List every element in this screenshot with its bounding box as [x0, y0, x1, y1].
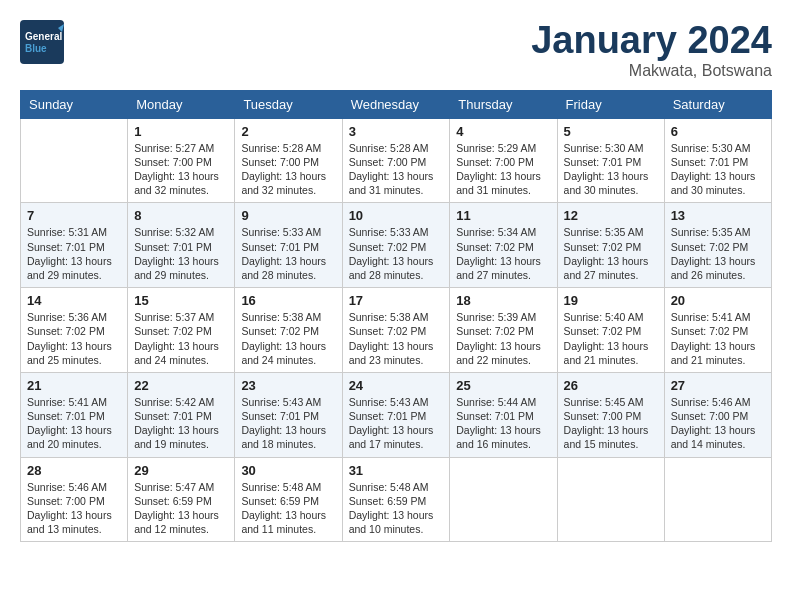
day-info: Sunrise: 5:47 AMSunset: 6:59 PMDaylight:…: [134, 480, 228, 537]
day-info: Sunrise: 5:35 AMSunset: 7:02 PMDaylight:…: [671, 225, 765, 282]
day-info: Sunrise: 5:38 AMSunset: 7:02 PMDaylight:…: [241, 310, 335, 367]
calendar-cell: 7Sunrise: 5:31 AMSunset: 7:01 PMDaylight…: [21, 203, 128, 288]
day-number: 28: [27, 463, 121, 478]
day-number: 23: [241, 378, 335, 393]
page-header: General Blue January 2024 Makwata, Botsw…: [20, 20, 772, 80]
day-number: 26: [564, 378, 658, 393]
day-number: 29: [134, 463, 228, 478]
day-info: Sunrise: 5:38 AMSunset: 7:02 PMDaylight:…: [349, 310, 444, 367]
day-info: Sunrise: 5:41 AMSunset: 7:01 PMDaylight:…: [27, 395, 121, 452]
day-info: Sunrise: 5:34 AMSunset: 7:02 PMDaylight:…: [456, 225, 550, 282]
calendar-cell: 29Sunrise: 5:47 AMSunset: 6:59 PMDayligh…: [128, 457, 235, 542]
weekday-header-wednesday: Wednesday: [342, 90, 450, 118]
calendar-cell: 5Sunrise: 5:30 AMSunset: 7:01 PMDaylight…: [557, 118, 664, 203]
day-number: 16: [241, 293, 335, 308]
calendar-cell: [557, 457, 664, 542]
day-info: Sunrise: 5:28 AMSunset: 7:00 PMDaylight:…: [349, 141, 444, 198]
calendar-week-row: 1Sunrise: 5:27 AMSunset: 7:00 PMDaylight…: [21, 118, 772, 203]
day-info: Sunrise: 5:30 AMSunset: 7:01 PMDaylight:…: [564, 141, 658, 198]
day-number: 5: [564, 124, 658, 139]
day-info: Sunrise: 5:46 AMSunset: 7:00 PMDaylight:…: [671, 395, 765, 452]
day-info: Sunrise: 5:27 AMSunset: 7:00 PMDaylight:…: [134, 141, 228, 198]
calendar-cell: 17Sunrise: 5:38 AMSunset: 7:02 PMDayligh…: [342, 288, 450, 373]
svg-text:General: General: [25, 31, 62, 42]
day-info: Sunrise: 5:40 AMSunset: 7:02 PMDaylight:…: [564, 310, 658, 367]
day-number: 8: [134, 208, 228, 223]
day-info: Sunrise: 5:33 AMSunset: 7:01 PMDaylight:…: [241, 225, 335, 282]
calendar-cell: 23Sunrise: 5:43 AMSunset: 7:01 PMDayligh…: [235, 372, 342, 457]
day-info: Sunrise: 5:39 AMSunset: 7:02 PMDaylight:…: [456, 310, 550, 367]
day-number: 12: [564, 208, 658, 223]
calendar-table: SundayMondayTuesdayWednesdayThursdayFrid…: [20, 90, 772, 542]
calendar-cell: 11Sunrise: 5:34 AMSunset: 7:02 PMDayligh…: [450, 203, 557, 288]
calendar-cell: 31Sunrise: 5:48 AMSunset: 6:59 PMDayligh…: [342, 457, 450, 542]
day-number: 21: [27, 378, 121, 393]
day-info: Sunrise: 5:31 AMSunset: 7:01 PMDaylight:…: [27, 225, 121, 282]
svg-text:Blue: Blue: [25, 43, 47, 54]
day-info: Sunrise: 5:46 AMSunset: 7:00 PMDaylight:…: [27, 480, 121, 537]
weekday-header-tuesday: Tuesday: [235, 90, 342, 118]
day-number: 3: [349, 124, 444, 139]
weekday-header-row: SundayMondayTuesdayWednesdayThursdayFrid…: [21, 90, 772, 118]
weekday-header-thursday: Thursday: [450, 90, 557, 118]
weekday-header-saturday: Saturday: [664, 90, 771, 118]
location: Makwata, Botswana: [531, 62, 772, 80]
day-info: Sunrise: 5:37 AMSunset: 7:02 PMDaylight:…: [134, 310, 228, 367]
day-number: 20: [671, 293, 765, 308]
day-info: Sunrise: 5:42 AMSunset: 7:01 PMDaylight:…: [134, 395, 228, 452]
day-number: 17: [349, 293, 444, 308]
day-info: Sunrise: 5:48 AMSunset: 6:59 PMDaylight:…: [349, 480, 444, 537]
calendar-cell: 14Sunrise: 5:36 AMSunset: 7:02 PMDayligh…: [21, 288, 128, 373]
calendar-cell: 9Sunrise: 5:33 AMSunset: 7:01 PMDaylight…: [235, 203, 342, 288]
day-info: Sunrise: 5:41 AMSunset: 7:02 PMDaylight:…: [671, 310, 765, 367]
calendar-cell: 18Sunrise: 5:39 AMSunset: 7:02 PMDayligh…: [450, 288, 557, 373]
logo: General Blue: [20, 20, 64, 64]
weekday-header-monday: Monday: [128, 90, 235, 118]
calendar-cell: 15Sunrise: 5:37 AMSunset: 7:02 PMDayligh…: [128, 288, 235, 373]
day-number: 2: [241, 124, 335, 139]
calendar-week-row: 7Sunrise: 5:31 AMSunset: 7:01 PMDaylight…: [21, 203, 772, 288]
day-info: Sunrise: 5:43 AMSunset: 7:01 PMDaylight:…: [241, 395, 335, 452]
day-number: 22: [134, 378, 228, 393]
calendar-cell: 22Sunrise: 5:42 AMSunset: 7:01 PMDayligh…: [128, 372, 235, 457]
calendar-cell: 10Sunrise: 5:33 AMSunset: 7:02 PMDayligh…: [342, 203, 450, 288]
calendar-week-row: 28Sunrise: 5:46 AMSunset: 7:00 PMDayligh…: [21, 457, 772, 542]
calendar-cell: 13Sunrise: 5:35 AMSunset: 7:02 PMDayligh…: [664, 203, 771, 288]
day-number: 9: [241, 208, 335, 223]
calendar-week-row: 14Sunrise: 5:36 AMSunset: 7:02 PMDayligh…: [21, 288, 772, 373]
calendar-cell: [664, 457, 771, 542]
calendar-cell: 28Sunrise: 5:46 AMSunset: 7:00 PMDayligh…: [21, 457, 128, 542]
calendar-cell: 25Sunrise: 5:44 AMSunset: 7:01 PMDayligh…: [450, 372, 557, 457]
calendar-cell: 12Sunrise: 5:35 AMSunset: 7:02 PMDayligh…: [557, 203, 664, 288]
day-number: 19: [564, 293, 658, 308]
calendar-cell: 4Sunrise: 5:29 AMSunset: 7:00 PMDaylight…: [450, 118, 557, 203]
weekday-header-sunday: Sunday: [21, 90, 128, 118]
day-number: 1: [134, 124, 228, 139]
calendar-cell: [450, 457, 557, 542]
calendar-cell: 16Sunrise: 5:38 AMSunset: 7:02 PMDayligh…: [235, 288, 342, 373]
day-info: Sunrise: 5:44 AMSunset: 7:01 PMDaylight:…: [456, 395, 550, 452]
day-number: 13: [671, 208, 765, 223]
calendar-cell: [21, 118, 128, 203]
title-block: January 2024 Makwata, Botswana: [531, 20, 772, 80]
day-info: Sunrise: 5:43 AMSunset: 7:01 PMDaylight:…: [349, 395, 444, 452]
day-number: 25: [456, 378, 550, 393]
weekday-header-friday: Friday: [557, 90, 664, 118]
calendar-cell: 8Sunrise: 5:32 AMSunset: 7:01 PMDaylight…: [128, 203, 235, 288]
day-info: Sunrise: 5:28 AMSunset: 7:00 PMDaylight:…: [241, 141, 335, 198]
logo-icon: General Blue: [20, 20, 64, 64]
day-number: 4: [456, 124, 550, 139]
month-title: January 2024: [531, 20, 772, 62]
day-number: 30: [241, 463, 335, 478]
day-info: Sunrise: 5:32 AMSunset: 7:01 PMDaylight:…: [134, 225, 228, 282]
day-number: 10: [349, 208, 444, 223]
day-info: Sunrise: 5:36 AMSunset: 7:02 PMDaylight:…: [27, 310, 121, 367]
day-number: 11: [456, 208, 550, 223]
day-number: 31: [349, 463, 444, 478]
calendar-cell: 1Sunrise: 5:27 AMSunset: 7:00 PMDaylight…: [128, 118, 235, 203]
day-number: 7: [27, 208, 121, 223]
calendar-cell: 24Sunrise: 5:43 AMSunset: 7:01 PMDayligh…: [342, 372, 450, 457]
day-number: 27: [671, 378, 765, 393]
calendar-cell: 6Sunrise: 5:30 AMSunset: 7:01 PMDaylight…: [664, 118, 771, 203]
calendar-cell: 20Sunrise: 5:41 AMSunset: 7:02 PMDayligh…: [664, 288, 771, 373]
